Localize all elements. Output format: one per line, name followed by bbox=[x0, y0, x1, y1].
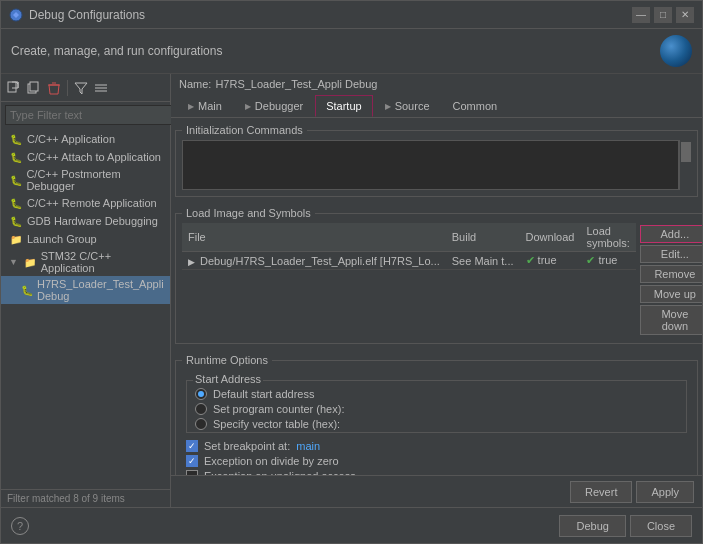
close-dialog-button[interactable]: Close bbox=[630, 515, 692, 537]
tab-startup[interactable]: Startup bbox=[315, 95, 372, 117]
tab-main[interactable]: ▶ Main bbox=[177, 95, 233, 117]
bug-icon: 🐛 bbox=[9, 173, 22, 187]
table-container: File Build Download Load symbols: bbox=[182, 223, 702, 337]
tree-toolbar bbox=[1, 74, 170, 102]
maximize-button[interactable]: □ bbox=[654, 7, 672, 23]
tab-arrow-icon: ▶ bbox=[188, 102, 194, 111]
tabs-bar: ▶ Main ▶ Debugger Startup ▶ Source Commo… bbox=[171, 94, 702, 118]
apply-button[interactable]: Apply bbox=[636, 481, 694, 503]
row-expand-icon: ▶ bbox=[188, 257, 195, 267]
header-subtitle: Create, manage, and run configurations bbox=[11, 44, 222, 58]
breakpoint-value: main bbox=[296, 440, 320, 452]
table-row[interactable]: ▶ Debug/H7RS_Loader_Test_Appli.elf [H7RS… bbox=[182, 252, 636, 270]
table-action-buttons: Add... Edit... Remove Move up Move down bbox=[640, 223, 702, 337]
collapse-all-button[interactable] bbox=[92, 79, 110, 97]
title-bar: Debug Configurations — □ ✕ bbox=[1, 1, 702, 29]
filter-button[interactable] bbox=[72, 79, 90, 97]
tree-label: C/C++ Attach to Application bbox=[27, 151, 161, 163]
filter-input[interactable] bbox=[5, 105, 174, 125]
tree-item-cpp-remote[interactable]: 🐛 C/C++ Remote Application bbox=[1, 194, 170, 212]
tree-label: GDB Hardware Debugging bbox=[27, 215, 158, 227]
cell-file: ▶ Debug/H7RS_Loader_Test_Appli.elf [H7RS… bbox=[182, 252, 446, 270]
bug-icon: 🐛 bbox=[9, 132, 23, 146]
radio-default[interactable]: Default start address bbox=[195, 388, 678, 400]
cell-symbols: ✔ true bbox=[580, 252, 635, 270]
close-button[interactable]: ✕ bbox=[676, 7, 694, 23]
init-commands-scrollbar[interactable] bbox=[679, 140, 691, 190]
add-button[interactable]: Add... bbox=[640, 225, 702, 243]
checkbox-breakpoint[interactable]: Set breakpoint at: main bbox=[186, 440, 687, 452]
checkbox-label: Set breakpoint at: bbox=[204, 440, 290, 452]
left-panel: 🐛 C/C++ Application 🐛 C/C++ Attach to Ap… bbox=[1, 74, 171, 507]
tree-item-launch-group[interactable]: 📁 Launch Group bbox=[1, 230, 170, 248]
tree-item-cpp-postmortem[interactable]: 🐛 C/C++ Postmortem Debugger bbox=[1, 166, 170, 194]
right-panel: Name: H7RS_Loader_Test_Appli Debug ▶ Mai… bbox=[171, 74, 702, 507]
cell-download: ✔ true bbox=[520, 252, 581, 270]
minimize-button[interactable]: — bbox=[632, 7, 650, 23]
tree-label: C/C++ Postmortem Debugger bbox=[26, 168, 166, 192]
new-config-button[interactable] bbox=[5, 79, 23, 97]
init-commands-scroll bbox=[182, 140, 691, 190]
name-bar: Name: H7RS_Loader_Test_Appli Debug bbox=[171, 74, 702, 94]
start-address-section: Start Address Default start address Set … bbox=[186, 374, 687, 433]
tree-item-gdb-hw[interactable]: 🐛 GDB Hardware Debugging bbox=[1, 212, 170, 230]
footer-left: ? bbox=[11, 517, 29, 535]
name-label: Name: bbox=[179, 78, 211, 90]
bottom-actions: Revert Apply bbox=[171, 475, 702, 507]
header-bar: Create, manage, and run configurations bbox=[1, 29, 702, 74]
help-button[interactable]: ? bbox=[11, 517, 29, 535]
tab-label: Startup bbox=[326, 100, 361, 112]
tab-source[interactable]: ▶ Source bbox=[374, 95, 441, 117]
table-wrapper: File Build Download Load symbols: bbox=[182, 223, 636, 337]
tab-debugger[interactable]: ▶ Debugger bbox=[234, 95, 314, 117]
folder-icon: 📁 bbox=[23, 255, 37, 269]
delete-button[interactable] bbox=[45, 79, 63, 97]
move-down-button[interactable]: Move down bbox=[640, 305, 702, 335]
initialization-commands-section: Initialization Commands bbox=[175, 124, 698, 197]
duplicate-button[interactable] bbox=[25, 79, 43, 97]
radio-vector-table[interactable]: Specify vector table (hex): bbox=[195, 418, 678, 430]
revert-button[interactable]: Revert bbox=[570, 481, 632, 503]
tree-item-stm32[interactable]: ▼ 📁 STM32 C/C++ Application bbox=[1, 248, 170, 276]
init-commands-textarea[interactable] bbox=[182, 140, 679, 190]
radio-label: Default start address bbox=[213, 388, 315, 400]
start-address-legend: Start Address bbox=[193, 373, 263, 385]
scrollbar-thumb bbox=[681, 142, 691, 162]
start-address-options: Default start address Set program counte… bbox=[187, 386, 686, 432]
col-download: Download bbox=[520, 223, 581, 252]
tree-label: C/C++ Remote Application bbox=[27, 197, 157, 209]
tree-item-cpp-app[interactable]: 🐛 C/C++ Application bbox=[1, 130, 170, 148]
tab-label: Source bbox=[395, 100, 430, 112]
main-window: Debug Configurations — □ ✕ Create, manag… bbox=[0, 0, 703, 544]
radio-label: Specify vector table (hex): bbox=[213, 418, 340, 430]
move-up-button[interactable]: Move up bbox=[640, 285, 702, 303]
download-check-icon: ✔ bbox=[526, 254, 535, 266]
tree-label: H7RS_Loader_Test_Appli Debug bbox=[37, 278, 166, 302]
remove-button[interactable]: Remove bbox=[640, 265, 702, 283]
svg-rect-1 bbox=[8, 82, 16, 92]
tab-label: Common bbox=[453, 100, 498, 112]
tab-arrow-icon: ▶ bbox=[245, 102, 251, 111]
col-load-symbols: Load symbols: bbox=[580, 223, 635, 252]
tree-item-cpp-attach[interactable]: 🐛 C/C++ Attach to Application bbox=[1, 148, 170, 166]
expand-icon: ▼ bbox=[9, 257, 19, 267]
cell-build: See Main t... bbox=[446, 252, 520, 270]
edit-button[interactable]: Edit... bbox=[640, 245, 702, 263]
checkbox-divide-zero[interactable]: Exception on divide by zero bbox=[186, 455, 687, 467]
tree-item-h7rs[interactable]: 🐛 H7RS_Loader_Test_Appli Debug bbox=[1, 276, 170, 304]
folder-icon: 📁 bbox=[9, 232, 23, 246]
radio-selected-icon bbox=[195, 388, 207, 400]
filter-status-text: Filter matched 8 of 9 items bbox=[7, 493, 125, 504]
svg-marker-7 bbox=[75, 83, 87, 94]
debug-button[interactable]: Debug bbox=[559, 515, 625, 537]
window-icon bbox=[9, 8, 23, 22]
load-image-table: File Build Download Load symbols: bbox=[182, 223, 636, 270]
tree-view: 🐛 C/C++ Application 🐛 C/C++ Attach to Ap… bbox=[1, 128, 170, 489]
tree-label: Launch Group bbox=[27, 233, 97, 245]
col-file: File bbox=[182, 223, 446, 252]
radio-program-counter[interactable]: Set program counter (hex): bbox=[195, 403, 678, 415]
tab-common[interactable]: Common bbox=[442, 95, 509, 117]
checkbox-label: Exception on divide by zero bbox=[204, 455, 339, 467]
initialization-commands-legend: Initialization Commands bbox=[182, 124, 307, 136]
checkbox-checked-icon bbox=[186, 440, 198, 452]
